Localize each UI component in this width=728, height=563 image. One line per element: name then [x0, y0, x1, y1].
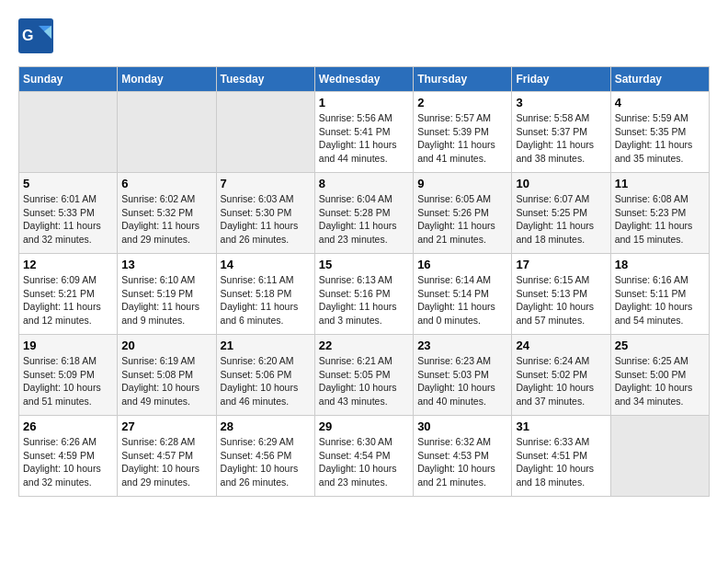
day-header-tuesday: Tuesday: [216, 67, 314, 92]
day-header-friday: Friday: [512, 67, 610, 92]
day-cell-15: 15Sunrise: 6:13 AMSunset: 5:16 PMDayligh…: [314, 254, 413, 335]
day-info: Sunrise: 5:58 AMSunset: 5:37 PMDaylight:…: [516, 111, 606, 166]
week-row-4: 19Sunrise: 6:18 AMSunset: 5:09 PMDayligh…: [19, 335, 710, 416]
day-info: Sunrise: 6:30 AMSunset: 4:54 PMDaylight:…: [319, 435, 409, 489]
day-cell-21: 21Sunrise: 6:20 AMSunset: 5:06 PMDayligh…: [216, 335, 314, 416]
day-number: 4: [615, 96, 705, 109]
day-info: Sunrise: 6:20 AMSunset: 5:06 PMDaylight:…: [221, 354, 311, 408]
logo: G: [18, 18, 59, 57]
day-info: Sunrise: 6:18 AMSunset: 5:09 PMDaylight:…: [23, 354, 113, 408]
day-cell-18: 18Sunrise: 6:16 AMSunset: 5:11 PMDayligh…: [610, 254, 709, 335]
day-cell-6: 6Sunrise: 6:02 AMSunset: 5:32 PMDaylight…: [118, 173, 216, 254]
day-number: 13: [121, 258, 211, 271]
day-cell-8: 8Sunrise: 6:04 AMSunset: 5:28 PMDaylight…: [314, 173, 413, 254]
day-cell-31: 31Sunrise: 6:33 AMSunset: 4:51 PMDayligh…: [512, 416, 610, 497]
calendar-header-row: SundayMondayTuesdayWednesdayThursdayFrid…: [19, 67, 710, 92]
day-number: 30: [417, 419, 507, 433]
svg-text:G: G: [22, 28, 33, 43]
day-cell-30: 30Sunrise: 6:32 AMSunset: 4:53 PMDayligh…: [414, 416, 512, 497]
day-number: 21: [221, 339, 311, 352]
day-header-thursday: Thursday: [414, 67, 512, 92]
day-cell-13: 13Sunrise: 6:10 AMSunset: 5:19 PMDayligh…: [118, 254, 216, 335]
day-info: Sunrise: 6:26 AMSunset: 4:59 PMDaylight:…: [23, 435, 113, 489]
day-cell-3: 3Sunrise: 5:58 AMSunset: 5:37 PMDaylight…: [512, 92, 610, 173]
day-info: Sunrise: 6:09 AMSunset: 5:21 PMDaylight:…: [23, 273, 113, 327]
day-cell-empty: [610, 416, 709, 497]
day-cell-empty: [118, 92, 216, 173]
day-info: Sunrise: 6:25 AMSunset: 5:00 PMDaylight:…: [615, 354, 705, 408]
day-cell-11: 11Sunrise: 6:08 AMSunset: 5:23 PMDayligh…: [610, 173, 709, 254]
day-number: 17: [516, 258, 606, 271]
logo-icon: G: [18, 18, 53, 53]
day-info: Sunrise: 6:24 AMSunset: 5:02 PMDaylight:…: [516, 354, 606, 408]
day-info: Sunrise: 6:07 AMSunset: 5:25 PMDaylight:…: [516, 192, 606, 247]
day-cell-10: 10Sunrise: 6:07 AMSunset: 5:25 PMDayligh…: [512, 173, 610, 254]
day-number: 29: [319, 419, 409, 433]
day-number: 19: [23, 339, 113, 352]
day-number: 12: [23, 258, 113, 271]
week-row-5: 26Sunrise: 6:26 AMSunset: 4:59 PMDayligh…: [19, 416, 710, 497]
day-info: Sunrise: 6:14 AMSunset: 5:14 PMDaylight:…: [417, 273, 507, 327]
day-cell-20: 20Sunrise: 6:19 AMSunset: 5:08 PMDayligh…: [118, 335, 216, 416]
day-info: Sunrise: 6:11 AMSunset: 5:18 PMDaylight:…: [221, 273, 311, 327]
day-cell-22: 22Sunrise: 6:21 AMSunset: 5:05 PMDayligh…: [314, 335, 413, 416]
day-number: 14: [221, 258, 311, 271]
day-number: 7: [221, 177, 311, 190]
day-header-wednesday: Wednesday: [314, 67, 413, 92]
day-info: Sunrise: 6:10 AMSunset: 5:19 PMDaylight:…: [121, 273, 211, 327]
day-info: Sunrise: 6:33 AMSunset: 4:51 PMDaylight:…: [516, 435, 606, 489]
day-info: Sunrise: 6:23 AMSunset: 5:03 PMDaylight:…: [417, 354, 507, 408]
day-number: 1: [319, 96, 409, 109]
day-info: Sunrise: 6:02 AMSunset: 5:32 PMDaylight:…: [121, 192, 211, 247]
day-header-sunday: Sunday: [19, 67, 118, 92]
day-number: 27: [121, 419, 211, 433]
day-number: 25: [615, 339, 705, 352]
week-row-3: 12Sunrise: 6:09 AMSunset: 5:21 PMDayligh…: [19, 254, 710, 335]
day-header-saturday: Saturday: [610, 67, 709, 92]
day-cell-5: 5Sunrise: 6:01 AMSunset: 5:33 PMDaylight…: [19, 173, 118, 254]
day-number: 8: [319, 177, 409, 190]
day-info: Sunrise: 6:29 AMSunset: 4:56 PMDaylight:…: [221, 435, 311, 489]
week-row-2: 5Sunrise: 6:01 AMSunset: 5:33 PMDaylight…: [19, 173, 710, 254]
day-cell-23: 23Sunrise: 6:23 AMSunset: 5:03 PMDayligh…: [414, 335, 512, 416]
day-number: 10: [516, 177, 606, 190]
day-cell-17: 17Sunrise: 6:15 AMSunset: 5:13 PMDayligh…: [512, 254, 610, 335]
day-info: Sunrise: 6:13 AMSunset: 5:16 PMDaylight:…: [319, 273, 409, 327]
day-cell-2: 2Sunrise: 5:57 AMSunset: 5:39 PMDaylight…: [414, 92, 512, 173]
day-cell-24: 24Sunrise: 6:24 AMSunset: 5:02 PMDayligh…: [512, 335, 610, 416]
day-info: Sunrise: 6:28 AMSunset: 4:57 PMDaylight:…: [121, 435, 211, 489]
day-number: 16: [417, 258, 507, 271]
day-info: Sunrise: 6:19 AMSunset: 5:08 PMDaylight:…: [121, 354, 211, 408]
day-number: 24: [516, 339, 606, 352]
day-cell-1: 1Sunrise: 5:56 AMSunset: 5:41 PMDaylight…: [314, 92, 413, 173]
day-cell-16: 16Sunrise: 6:14 AMSunset: 5:14 PMDayligh…: [414, 254, 512, 335]
day-info: Sunrise: 5:59 AMSunset: 5:35 PMDaylight:…: [615, 111, 705, 166]
day-info: Sunrise: 6:08 AMSunset: 5:23 PMDaylight:…: [615, 192, 705, 247]
day-header-monday: Monday: [118, 67, 216, 92]
day-number: 15: [319, 258, 409, 271]
day-cell-9: 9Sunrise: 6:05 AMSunset: 5:26 PMDaylight…: [414, 173, 512, 254]
day-number: 20: [121, 339, 211, 352]
day-info: Sunrise: 6:16 AMSunset: 5:11 PMDaylight:…: [615, 273, 705, 327]
day-number: 2: [417, 96, 507, 109]
day-info: Sunrise: 6:04 AMSunset: 5:28 PMDaylight:…: [319, 192, 409, 247]
day-info: Sunrise: 6:03 AMSunset: 5:30 PMDaylight:…: [221, 192, 311, 247]
day-cell-empty: [19, 92, 118, 173]
day-number: 9: [417, 177, 507, 190]
day-cell-27: 27Sunrise: 6:28 AMSunset: 4:57 PMDayligh…: [118, 416, 216, 497]
day-number: 22: [319, 339, 409, 352]
day-cell-28: 28Sunrise: 6:29 AMSunset: 4:56 PMDayligh…: [216, 416, 314, 497]
day-number: 6: [121, 177, 211, 190]
day-cell-25: 25Sunrise: 6:25 AMSunset: 5:00 PMDayligh…: [610, 335, 709, 416]
day-info: Sunrise: 5:56 AMSunset: 5:41 PMDaylight:…: [319, 111, 409, 166]
day-number: 18: [615, 258, 705, 271]
day-number: 28: [221, 419, 311, 433]
page-header: G: [18, 18, 710, 57]
week-row-1: 1Sunrise: 5:56 AMSunset: 5:41 PMDaylight…: [19, 92, 710, 173]
day-number: 26: [23, 419, 113, 433]
day-cell-4: 4Sunrise: 5:59 AMSunset: 5:35 PMDaylight…: [610, 92, 709, 173]
day-number: 5: [23, 177, 113, 190]
day-info: Sunrise: 5:57 AMSunset: 5:39 PMDaylight:…: [417, 111, 507, 166]
day-info: Sunrise: 6:21 AMSunset: 5:05 PMDaylight:…: [319, 354, 409, 408]
day-number: 23: [417, 339, 507, 352]
